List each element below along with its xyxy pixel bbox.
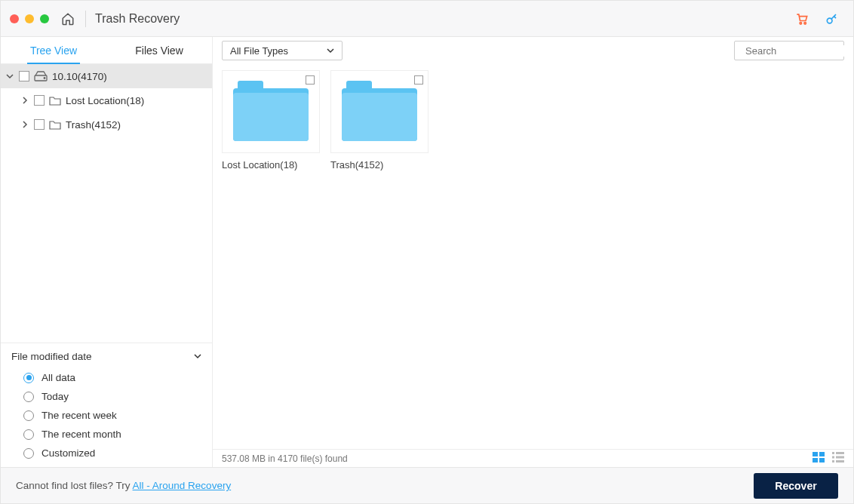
footer-prefix: Cannot find lost files? Try (16, 480, 133, 491)
checkbox[interactable] (19, 71, 29, 81)
drive-icon (34, 71, 48, 81)
all-around-recovery-link[interactable]: All - Around Recovery (133, 480, 232, 491)
filter-option-recent-month[interactable]: The recent month (11, 425, 201, 444)
tree-child[interactable]: Trash(4152) (1, 112, 212, 137)
svg-point-2 (827, 18, 832, 23)
chevron-down-icon[interactable] (5, 72, 14, 80)
folder-icon (342, 88, 417, 141)
dropdown-value: All File Types (230, 45, 288, 57)
recover-button[interactable]: Recover (754, 473, 838, 499)
view-tabs: Tree View Files View (1, 37, 212, 64)
chevron-right-icon[interactable] (20, 97, 29, 104)
footer: Cannot find lost files? Try All - Around… (1, 467, 853, 503)
radio[interactable] (23, 410, 34, 421)
tree-node-label: Lost Location(18) (66, 95, 144, 106)
tree-child[interactable]: Lost Location(18) (1, 88, 212, 112)
filter-option-label: Customized (41, 447, 95, 459)
content-area: Tree View Files View 10.10(4170) (1, 37, 853, 467)
cart-icon[interactable] (794, 11, 809, 26)
radio[interactable] (23, 429, 34, 440)
sidebar: Tree View Files View 10.10(4170) (1, 37, 213, 467)
main-panel: All File Types Lost Location(18) (213, 37, 853, 467)
filter-option-label: All data (41, 372, 75, 383)
file-grid: Lost Location(18) Trash(4152) (213, 64, 853, 449)
tree: 10.10(4170) Lost Location(18) (1, 64, 212, 343)
grid-view-toggle[interactable] (813, 452, 825, 465)
home-icon (61, 12, 75, 26)
divider (85, 11, 86, 27)
view-mode-toggles (813, 452, 844, 465)
close-window-button[interactable] (10, 14, 19, 23)
tab-tree-view[interactable]: Tree View (1, 37, 106, 63)
filter-title: File modified date (11, 351, 92, 362)
search-input[interactable] (745, 45, 853, 57)
statusbar: 537.08 MB in 4170 file(s) found (213, 449, 853, 467)
svg-rect-14 (832, 460, 834, 463)
tree-node-label: 10.10(4170) (52, 71, 107, 82)
checkbox[interactable] (34, 119, 45, 130)
grid-item-folder[interactable]: Trash(4152) (330, 70, 429, 171)
svg-rect-10 (832, 452, 834, 454)
svg-point-1 (804, 22, 806, 24)
checkbox[interactable] (34, 95, 45, 106)
tree-node-label: Trash(4152) (66, 119, 121, 131)
thumbnail (222, 70, 320, 153)
filter-option-today[interactable]: Today (11, 387, 201, 406)
svg-point-4 (44, 78, 45, 79)
footer-hint: Cannot find lost files? Try All - Around… (16, 480, 231, 491)
filter-option-all-data[interactable]: All data (11, 368, 201, 387)
tab-label: Tree View (30, 45, 77, 57)
filter-panel: File modified date All data Today The re… (1, 343, 212, 467)
tab-files-view[interactable]: Files View (106, 37, 212, 63)
chevron-right-icon[interactable] (20, 121, 29, 128)
search-box[interactable] (734, 41, 844, 60)
tab-label: Files View (135, 45, 183, 57)
svg-rect-12 (832, 456, 834, 459)
file-type-dropdown[interactable]: All File Types (222, 41, 343, 60)
filter-option-label: Today (41, 391, 69, 402)
item-label: Lost Location(18) (222, 159, 320, 171)
svg-rect-11 (836, 452, 844, 454)
filter-option-label: The recent month (41, 429, 121, 440)
tree-root[interactable]: 10.10(4170) (1, 64, 212, 88)
svg-point-0 (800, 22, 802, 24)
toolbar: All File Types (213, 37, 853, 64)
maximize-window-button[interactable] (40, 14, 49, 23)
minimize-window-button[interactable] (25, 14, 34, 23)
checkbox[interactable] (414, 75, 423, 85)
svg-rect-6 (813, 452, 818, 456)
home-button[interactable] (60, 11, 76, 27)
grid-item-folder[interactable]: Lost Location(18) (222, 70, 320, 171)
page-title: Trash Recovery (95, 12, 180, 26)
list-icon (832, 452, 844, 463)
folder-icon (233, 88, 309, 141)
item-label: Trash(4152) (330, 159, 429, 171)
chevron-down-icon (327, 45, 334, 57)
titlebar-actions (794, 1, 840, 36)
svg-rect-9 (819, 458, 825, 463)
traffic-lights (10, 14, 49, 23)
filter-option-label: The recent week (41, 410, 117, 421)
folder-icon (49, 96, 61, 106)
svg-rect-15 (836, 460, 844, 463)
radio[interactable] (23, 448, 34, 459)
filter-option-recent-week[interactable]: The recent week (11, 406, 201, 425)
grid-icon (813, 452, 825, 463)
titlebar: Trash Recovery (1, 1, 853, 37)
svg-rect-13 (836, 456, 844, 459)
checkbox[interactable] (306, 75, 315, 85)
folder-icon (49, 120, 61, 130)
filter-option-customized[interactable]: Customized (11, 444, 201, 463)
chevron-down-icon (194, 351, 201, 362)
svg-rect-8 (813, 458, 818, 463)
radio[interactable] (23, 392, 34, 402)
radio-checked[interactable] (23, 373, 34, 383)
thumbnail (330, 70, 429, 153)
list-view-toggle[interactable] (832, 452, 844, 465)
svg-rect-7 (819, 452, 825, 456)
filter-header[interactable]: File modified date (11, 351, 201, 362)
key-icon[interactable] (825, 11, 840, 26)
app-window: Trash Recovery Tree View Files View (0, 0, 854, 504)
status-text: 537.08 MB in 4170 file(s) found (222, 453, 348, 464)
